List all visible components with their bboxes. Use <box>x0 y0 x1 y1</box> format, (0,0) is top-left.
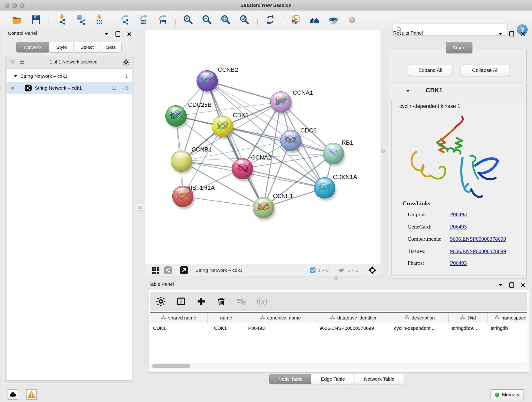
table-cell[interactable]: cyclin-dependent ... <box>391 323 449 333</box>
column-header-@id[interactable]: @id <box>449 313 488 323</box>
shared-column-icon <box>460 315 465 321</box>
expand-all-networks-icon[interactable] <box>19 59 25 65</box>
tab-edge-table[interactable]: Edge Table <box>311 374 355 384</box>
table-cell[interactable]: stringdb <box>488 323 527 333</box>
tree-expander-icon[interactable] <box>14 75 17 77</box>
table-settings-gear-icon[interactable] <box>156 296 166 307</box>
crosslink-value[interactable]: 9606.ENSP00000378699 <box>450 248 506 254</box>
left-splitter-handle[interactable] <box>137 204 143 211</box>
show-columns-icon[interactable] <box>176 296 186 307</box>
clone-network-button[interactable] <box>289 12 302 27</box>
tab-select[interactable]: Select <box>74 42 101 52</box>
expand-all-button[interactable]: Expand All <box>408 65 453 76</box>
edge-CDK1-RB1[interactable] <box>222 127 333 153</box>
delete-table-icon[interactable] <box>236 296 247 307</box>
warning-icon[interactable] <box>26 389 37 400</box>
crosslink-value[interactable]: 9606.ENSP00000378699 <box>450 236 506 242</box>
table-cell[interactable]: CDK1 <box>150 323 208 333</box>
crosslink-label: Pharos: <box>408 260 424 266</box>
tab-style[interactable]: Style <box>49 42 74 52</box>
function-builder-icon[interactable]: f(x) <box>256 297 267 306</box>
table-cell[interactable]: stringdb:9... <box>449 323 488 333</box>
hide-selected-button[interactable] <box>327 12 340 27</box>
collapse-all-button[interactable]: Collapse All <box>461 65 510 76</box>
zoom-selected-button[interactable] <box>238 12 251 27</box>
collapse-section-icon[interactable] <box>406 89 410 92</box>
zoom-out-button[interactable] <box>201 12 213 27</box>
import-table-from-file-button[interactable] <box>93 12 106 27</box>
tab-network-table[interactable]: Network Table <box>354 374 404 384</box>
scrollbar-thumb[interactable] <box>152 364 190 368</box>
close-panel-icon[interactable] <box>521 283 525 287</box>
column-header-description[interactable]: description <box>391 313 449 323</box>
string-home-button[interactable] <box>308 12 321 27</box>
close-window-icon[interactable] <box>5 3 10 8</box>
grid-view-icon[interactable] <box>151 266 160 274</box>
tab-sets[interactable]: Sets <box>100 42 122 52</box>
shared-column-icon <box>494 315 499 321</box>
edge-CCNB2-CCNE1[interactable] <box>207 81 264 208</box>
birds-eye-view-icon[interactable] <box>367 265 377 275</box>
string-view-icon[interactable] <box>163 266 172 275</box>
crosslink-value[interactable]: P06493 <box>450 224 467 230</box>
gene-section-header[interactable]: CDK1 <box>389 83 526 100</box>
network-row-selected[interactable]: String Network – cdk1 11 48 <box>7 82 132 94</box>
column-header-namespace[interactable]: namespace <box>488 313 527 323</box>
memory-button[interactable]: Memory <box>491 389 524 400</box>
tab-network[interactable]: Network <box>16 42 50 52</box>
selected-checkbox-icon[interactable] <box>310 267 316 273</box>
import-network-from-file-button[interactable] <box>55 12 68 27</box>
crosslink-row: GeneCard:P06493 <box>392 224 524 233</box>
zoom-in-button[interactable] <box>182 12 195 27</box>
network-collection-row[interactable]: String Network – cdk1 1 <box>7 70 132 82</box>
edge-HIST1H1A-CCNE1[interactable] <box>183 196 264 208</box>
crosslink-value[interactable]: P06493 <box>450 211 467 217</box>
refresh-network-button[interactable] <box>264 12 277 27</box>
crosslink-value[interactable]: P06493 <box>450 260 467 266</box>
crosslink-row: Pharos:P06493 <box>392 260 524 269</box>
edge-CCNA2-CDKN1A[interactable] <box>242 169 325 188</box>
float-panel-icon[interactable] <box>509 282 514 288</box>
horizontal-scrollbar[interactable] <box>150 363 527 369</box>
table-cell[interactable]: CDK1 <box>208 323 245 333</box>
table-row[interactable]: CDK1CDK1P064939606.ENSP00000378699cyclin… <box>150 323 527 333</box>
add-column-plus-icon[interactable] <box>196 296 206 307</box>
panel-menu-icon[interactable] <box>105 32 109 36</box>
save-session-button[interactable] <box>30 12 42 27</box>
network-view-canvas[interactable]: CCNB2CCNA1CDC25BCDK1CDC6RB1CCNB1CCNA2CDK… <box>145 30 381 264</box>
float-panel-icon[interactable] <box>115 32 120 37</box>
column-header-shared-name[interactable]: shared name <box>150 313 208 323</box>
node-label-CCNA2: CCNA2 <box>251 154 271 161</box>
column-header-name[interactable]: name <box>208 313 245 323</box>
gene-details: cyclin-dependent kinase 1 CrossLinks Uni… <box>391 101 524 275</box>
network-options-gear-icon[interactable] <box>122 58 130 66</box>
zoom-fit-button[interactable] <box>219 12 232 27</box>
delete-column-trash-icon[interactable] <box>216 296 227 307</box>
tab-string[interactable]: String <box>446 42 472 53</box>
close-panel-icon[interactable] <box>127 32 131 36</box>
minimize-window-icon[interactable] <box>12 3 17 8</box>
panel-menu-icon[interactable] <box>499 32 502 35</box>
collapse-all-networks-icon[interactable] <box>10 59 16 65</box>
node-label-CCNB2: CCNB2 <box>218 66 238 73</box>
column-header-canonical-name[interactable]: canonical name <box>245 313 316 323</box>
open-session-button[interactable] <box>11 12 24 27</box>
column-header-database-identifier[interactable]: database identifier <box>316 313 391 323</box>
collection-label: String Network – cdk1 <box>20 73 67 79</box>
export-network-button[interactable] <box>119 12 131 27</box>
float-panel-icon[interactable] <box>509 31 514 36</box>
table-header-row: shared namenamecanonical namedatabase id… <box>150 313 527 323</box>
import-network-from-database-button[interactable] <box>74 12 87 27</box>
table-cell[interactable]: 9606.ENSP00000378699 <box>316 323 391 333</box>
export-image-button[interactable] <box>156 12 169 27</box>
export-table-button[interactable] <box>137 12 150 27</box>
tab-node-table[interactable]: Node Table <box>269 374 312 384</box>
panel-menu-icon[interactable] <box>499 283 502 287</box>
show-graphics-details-button[interactable] <box>346 12 359 27</box>
maximize-window-icon[interactable] <box>19 3 25 8</box>
table-cell[interactable]: P06493 <box>245 323 316 333</box>
close-panel-icon[interactable] <box>521 32 525 36</box>
right-splitter-handle[interactable] <box>381 149 385 153</box>
cloud-icon[interactable] <box>7 389 18 400</box>
open-in-new-window-icon[interactable] <box>179 265 189 275</box>
